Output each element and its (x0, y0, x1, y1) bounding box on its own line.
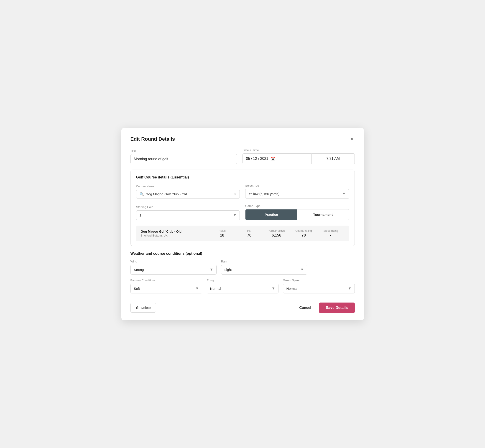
title-datetime-row: Title Date & Time 05 / 12 / 2021 📅 7:31 … (130, 148, 355, 164)
datetime-group: Date & Time 05 / 12 / 2021 📅 7:31 AM (242, 148, 355, 164)
wind-select-wrap: NoneLightModerateStrong ▼ (130, 265, 217, 274)
starting-hole-label: Starting Hole (136, 205, 240, 209)
select-tee-label: Select Tee (245, 184, 349, 187)
hole-gametype-row: Starting Hole 1 2345 678910 ▼ Game Type … (136, 204, 349, 220)
close-button[interactable]: × (349, 136, 355, 142)
save-button[interactable]: Save Details (319, 303, 355, 313)
course-info-name-group: Gog Magog Golf Club - Old, Shelford Bott… (141, 230, 209, 237)
rain-select-wrap: NoneLightModerateHeavy ▼ (221, 265, 307, 274)
golf-course-title: Golf Course details (Essential) (136, 175, 349, 179)
rough-dropdown[interactable]: ShortNormalLong (207, 284, 278, 293)
course-stat-course-rating: Course rating 70 (290, 229, 317, 238)
course-info-bar: Gog Magog Golf Club - Old, Shelford Bott… (136, 226, 349, 241)
title-label: Title (130, 149, 237, 152)
fairway-dropdown[interactable]: DryNormalSoftWet (130, 284, 202, 293)
rough-group: Rough ShortNormalLong ▼ (207, 279, 278, 293)
tournament-toggle-btn[interactable]: Tournament (297, 209, 349, 220)
course-stat-holes: Holes 18 (209, 229, 236, 238)
time-value: 7:31 AM (326, 157, 340, 161)
select-tee-group: Select Tee Yellow (6,156 yards) White Re… (245, 184, 349, 199)
course-search-wrap[interactable]: 🔍 × (136, 190, 240, 199)
game-type-group: Game Type Practice Tournament (245, 204, 349, 220)
green-speed-label: Green Speed (283, 279, 355, 282)
select-tee-dropdown[interactable]: Yellow (6,156 yards) White Red Blue (245, 189, 349, 199)
modal-header: Edit Round Details × (130, 136, 355, 142)
weather-section-title: Weather and course conditions (optional) (130, 252, 355, 256)
weather-section: Weather and course conditions (optional)… (130, 252, 355, 293)
course-clear-icon[interactable]: × (234, 192, 236, 196)
wind-label: Wind (130, 260, 217, 263)
search-icon: 🔍 (140, 192, 144, 196)
edit-round-modal: Edit Round Details × Title Date & Time 0… (121, 128, 364, 320)
date-value: 05 / 12 / 2021 (246, 157, 268, 161)
course-name-label: Course Name (136, 185, 240, 188)
delete-label: Delete (141, 306, 151, 310)
datetime-label: Date & Time (242, 148, 355, 152)
conditions-row-2: Fairway Conditions DryNormalSoftWet ▼ Ro… (130, 279, 355, 293)
starting-hole-select-wrap: 1 2345 678910 ▼ (136, 210, 240, 220)
title-group: Title (130, 149, 237, 164)
course-name-input[interactable] (146, 192, 233, 196)
game-type-toggle: Practice Tournament (245, 209, 349, 220)
course-stat-yards: Yards(Yellow) 6,156 (263, 229, 290, 238)
green-speed-group: Green Speed SlowNormalFast ▼ (283, 279, 355, 293)
wind-group: Wind NoneLightModerateStrong ▼ (130, 260, 217, 274)
practice-toggle-btn[interactable]: Practice (245, 209, 297, 220)
wind-dropdown[interactable]: NoneLightModerateStrong (130, 265, 217, 274)
rough-label: Rough (207, 279, 278, 282)
course-stat-slope-rating: Slope rating - (317, 229, 344, 238)
rough-select-wrap: ShortNormalLong ▼ (207, 284, 278, 293)
game-type-label: Game Type (245, 204, 349, 208)
starting-hole-dropdown[interactable]: 1 2345 678910 (136, 210, 240, 220)
select-tee-wrap: Yellow (6,156 yards) White Red Blue ▼ (245, 189, 349, 199)
date-time-input-row: 05 / 12 / 2021 📅 7:31 AM (242, 153, 355, 164)
fairway-label: Fairway Conditions (130, 279, 202, 282)
course-name-group: Course Name 🔍 × (136, 185, 240, 199)
title-input[interactable] (130, 154, 237, 164)
green-speed-select-wrap: SlowNormalFast ▼ (283, 284, 355, 293)
rain-group: Rain NoneLightModerateHeavy ▼ (221, 260, 307, 274)
modal-footer: 🗑 Delete Cancel Save Details (130, 300, 355, 313)
modal-title: Edit Round Details (130, 136, 175, 142)
calendar-icon: 📅 (270, 156, 275, 161)
footer-right: Cancel Save Details (297, 303, 355, 313)
course-info-name: Gog Magog Golf Club - Old, (141, 230, 209, 233)
delete-button[interactable]: 🗑 Delete (130, 303, 156, 312)
golf-course-section: Golf Course details (Essential) Course N… (130, 170, 355, 246)
fairway-select-wrap: DryNormalSoftWet ▼ (130, 284, 202, 293)
trash-icon: 🗑 (136, 306, 139, 310)
course-info-location: Shelford Bottom, UK (141, 234, 209, 237)
course-stat-par: Par 70 (236, 229, 263, 238)
starting-hole-group: Starting Hole 1 2345 678910 ▼ (136, 205, 240, 220)
green-speed-dropdown[interactable]: SlowNormalFast (283, 284, 355, 293)
time-input-wrap[interactable]: 7:31 AM (312, 153, 355, 164)
wind-rain-row: Wind NoneLightModerateStrong ▼ Rain None… (130, 260, 355, 274)
date-input-wrap[interactable]: 05 / 12 / 2021 📅 (242, 153, 312, 164)
rain-dropdown[interactable]: NoneLightModerateHeavy (221, 265, 307, 274)
course-tee-row: Course Name 🔍 × Select Tee Yellow (6,156… (136, 184, 349, 199)
rain-label: Rain (221, 260, 307, 263)
fairway-group: Fairway Conditions DryNormalSoftWet ▼ (130, 279, 202, 293)
cancel-button[interactable]: Cancel (297, 303, 313, 312)
